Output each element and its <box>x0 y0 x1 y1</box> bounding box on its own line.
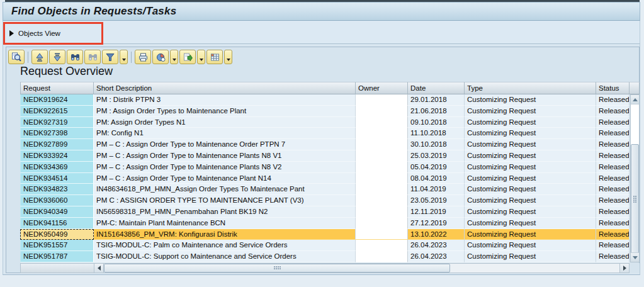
cell-owner[interactable] <box>356 251 408 262</box>
cell-short-description[interactable]: PM-C: Maintain Plant Maintenance BCN <box>94 218 356 229</box>
cell-status[interactable]: Released <box>596 229 630 240</box>
horizontal-scroll-track[interactable] <box>104 263 619 273</box>
cell-date[interactable]: 27.12.2019 <box>408 218 465 229</box>
cell-short-description[interactable]: PM: Assign Order Types N1 <box>94 117 356 128</box>
scroll-left-button[interactable] <box>94 263 104 273</box>
find-next-button[interactable] <box>84 50 101 64</box>
cell-request[interactable]: NEDK934514 <box>20 173 94 184</box>
views-dropdown-button[interactable] <box>170 50 178 64</box>
sort-descending-button[interactable] <box>49 50 65 64</box>
cell-short-description[interactable]: PM : Assign Order Types to Maintenance P… <box>94 106 356 117</box>
cell-request[interactable]: NEDK940349 <box>20 206 94 218</box>
table-row[interactable]: NEDK927319 PM: Assign Order Types N1 09.… <box>20 117 640 128</box>
cell-short-description[interactable]: IN48634618_PM_HMN_Assign Order Types To … <box>94 184 356 195</box>
cell-status[interactable]: Released <box>596 195 630 206</box>
cell-request[interactable]: NEDK934369 <box>20 162 94 173</box>
table-row[interactable]: NEDK951557 TSIG-MODUL-C: Palm co Mainten… <box>20 240 640 251</box>
cell-date[interactable]: 25.03.2019 <box>408 150 465 162</box>
cell-owner[interactable] <box>356 94 408 106</box>
cell-date[interactable]: 12.11.2019 <box>408 206 465 218</box>
layout-dropdown-button[interactable] <box>224 50 232 64</box>
cell-short-description[interactable]: TSIG-MODUL-C: Support co Maintenance and… <box>94 251 356 262</box>
cell-date[interactable]: 23.05.2019 <box>408 195 465 206</box>
cell-date[interactable]: 21.06.2018 <box>408 106 465 117</box>
cell-short-description[interactable]: IN56598318_PM_HMN_Penambahan Plant BK19 … <box>94 206 356 218</box>
table-row[interactable]: NEDK927398 PM: Config N1 11.10.2018 Cust… <box>20 128 640 139</box>
cell-request[interactable]: NEDK941156 <box>20 218 94 229</box>
table-row[interactable]: NEDK934369 PM – C : Assign Order Type to… <box>20 162 640 173</box>
export-button[interactable] <box>179 50 196 64</box>
cell-status[interactable]: Released <box>596 206 630 218</box>
cell-type[interactable]: Customizing Request <box>465 251 596 262</box>
cell-request[interactable]: NEDK936060 <box>20 195 94 206</box>
cell-owner[interactable] <box>356 240 408 251</box>
cell-status[interactable]: Released <box>596 251 630 262</box>
cell-request[interactable]: NEDK933924 <box>20 150 94 162</box>
cell-date[interactable]: 26.04.2023 <box>408 251 465 262</box>
cell-type[interactable]: Customizing Request <box>465 195 596 206</box>
scroll-down-button[interactable] <box>631 252 639 262</box>
cell-request[interactable]: NEDK927319 <box>20 117 94 128</box>
cell-status[interactable]: Released <box>596 117 630 128</box>
cell-request[interactable]: NEDK927398 <box>20 128 94 139</box>
table-row[interactable]: NEDK950499 IN151643856_PM_VRM: Konfigura… <box>20 229 640 240</box>
table-row[interactable]: NEDK927899 PM – C : Assign Order Type to… <box>20 139 640 150</box>
cell-status[interactable]: Released <box>596 128 630 139</box>
cell-type[interactable]: Customizing Request <box>465 139 596 150</box>
cell-status[interactable]: Released <box>596 106 630 117</box>
column-header-type[interactable]: Type <box>465 82 596 94</box>
cell-owner[interactable] <box>356 206 408 218</box>
cell-short-description[interactable]: IN151643856_PM_VRM: Konfigurasi Distrik <box>94 229 356 240</box>
scroll-up-button[interactable] <box>631 95 639 104</box>
column-header-request[interactable]: Request <box>20 82 94 94</box>
cell-type[interactable]: Customizing Request <box>465 184 596 195</box>
column-header-owner[interactable]: Owner <box>356 82 408 94</box>
views-button[interactable] <box>152 50 169 64</box>
cell-status[interactable]: Released <box>596 240 630 251</box>
cell-short-description[interactable]: PM – C : Assign Order Type to Maintenanc… <box>94 162 356 173</box>
cell-short-description[interactable]: TSIG-MODUL-C: Palm co Maintenance and Se… <box>94 240 356 251</box>
cell-type[interactable]: Customizing Request <box>465 106 596 117</box>
vertical-scroll-thumb[interactable] <box>631 144 639 254</box>
cell-request[interactable]: NEDK951787 <box>20 251 94 262</box>
cell-status[interactable]: Released <box>596 162 630 173</box>
cell-date[interactable]: 09.10.2018 <box>408 117 465 128</box>
cell-request[interactable]: NEDK950499 <box>20 229 94 240</box>
cell-type[interactable]: Customizing Request <box>465 128 596 139</box>
table-row[interactable]: NEDK951787 TSIG-MODUL-C: Support co Main… <box>20 251 640 262</box>
cell-date[interactable]: 05.04.2019 <box>408 162 465 173</box>
table-row[interactable]: NEDK922615 PM : Assign Order Types to Ma… <box>20 106 640 117</box>
objects-view-toggle[interactable]: Objects View <box>9 28 60 39</box>
cell-type[interactable]: Customizing Request <box>465 173 596 184</box>
choose-layout-button[interactable] <box>206 50 223 64</box>
cell-type[interactable]: Customizing Request <box>465 117 596 128</box>
cell-owner[interactable] <box>356 128 408 139</box>
cell-date[interactable]: 26.04.2023 <box>408 240 465 251</box>
cell-status[interactable]: Released <box>596 218 630 229</box>
cell-owner[interactable] <box>356 162 408 173</box>
cell-type[interactable]: Customizing Request <box>465 150 596 162</box>
cell-date[interactable]: 08.04.2019 <box>408 173 465 184</box>
cell-date[interactable]: 29.01.2018 <box>408 94 465 106</box>
cell-owner[interactable] <box>356 229 408 240</box>
cell-status[interactable]: Released <box>596 184 630 195</box>
cell-status[interactable]: Released <box>596 173 630 184</box>
cell-type[interactable]: Customizing Request <box>465 162 596 173</box>
cell-owner[interactable] <box>356 218 408 229</box>
find-button[interactable] <box>67 50 83 64</box>
sort-ascending-button[interactable] <box>31 50 48 64</box>
export-dropdown-button[interactable] <box>197 50 205 64</box>
cell-owner[interactable] <box>356 139 408 150</box>
table-row[interactable]: NEDK933924 PM – C : Assign Order Type to… <box>20 150 640 162</box>
column-header-date[interactable]: Date <box>408 82 465 94</box>
filter-button[interactable] <box>102 50 118 64</box>
cell-type[interactable]: Customizing Request <box>465 206 596 218</box>
cell-date[interactable]: 11.10.2018 <box>408 128 465 139</box>
cell-type[interactable]: Customizing Request <box>465 218 596 229</box>
cell-status[interactable]: Released <box>596 150 630 162</box>
cell-owner[interactable] <box>356 195 408 206</box>
cell-request[interactable]: NEDK927899 <box>20 139 94 150</box>
cell-owner[interactable] <box>356 106 408 117</box>
table-row[interactable]: NEDK934514 PM – C : Assign Order Type to… <box>20 173 640 184</box>
print-button[interactable] <box>135 50 151 64</box>
